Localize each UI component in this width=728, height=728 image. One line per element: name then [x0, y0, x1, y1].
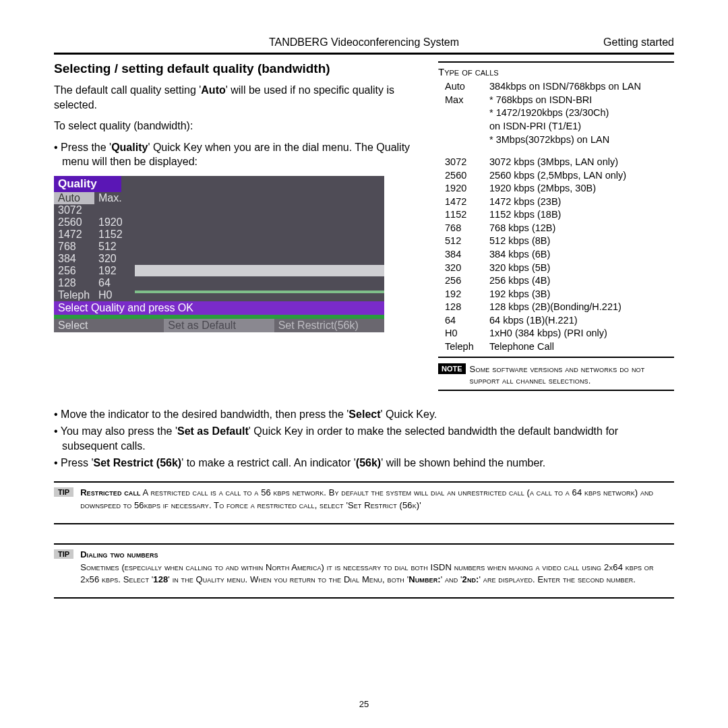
- type-of-calls-row: * 3Mbps(3072kbps) on LAN: [438, 133, 674, 147]
- quality-instruction: Select Quality and press OK: [54, 301, 384, 315]
- softkey-row: Select Set as Default Set Restrict(56k): [54, 319, 384, 332]
- type-of-calls-header: Type of calls: [438, 65, 674, 79]
- tip-badge: TIP: [54, 549, 73, 559]
- type-of-calls-row: 128128 kbps (2B)(Bonding/H.221): [438, 301, 674, 314]
- right-column: Type of calls Auto384kbps on ISDN/768kbp…: [438, 61, 674, 394]
- type-of-calls-row: * 1472/1920kbps (23/30Ch): [438, 107, 674, 120]
- softkey-set-default: Set as Default: [164, 319, 274, 332]
- running-header: TANDBERG Videoconferencing System Gettin…: [54, 36, 674, 51]
- section-heading: Selecting / setting default quality (ban…: [54, 61, 418, 76]
- quality-grid: Auto Max. 3072 2560 1920 1472 1152 768 5…: [54, 192, 384, 301]
- type-of-calls-row: 14721472 kbps (23B): [438, 195, 674, 209]
- type-of-calls-row: [438, 146, 674, 156]
- bullet-select: Move the indicator to the desired bandwi…: [54, 407, 674, 422]
- type-of-calls-row: Auto384kbps on ISDN/768kbps on LAN: [438, 80, 674, 94]
- note-badge: NOTE: [438, 363, 466, 375]
- page: TANDBERG Videoconferencing System Gettin…: [0, 0, 728, 728]
- bullet-set-restrict: Press 'Set Restrict (56k)' to make a res…: [54, 456, 674, 471]
- softkey-set-restrict: Set Restrict(56k): [274, 319, 384, 332]
- type-of-calls-row: 192192 kbps (3B): [438, 288, 674, 301]
- below-bullets: Move the indicator to the desired bandwi…: [54, 407, 674, 471]
- note-text: Some software versions and networks do n…: [470, 363, 674, 387]
- type-of-calls-list: Auto384kbps on ISDN/768kbps on LANMax* 7…: [438, 80, 674, 353]
- header-section: Getting started: [526, 36, 674, 49]
- bullet-set-default: You may also press the 'Set as Default' …: [54, 424, 674, 453]
- left-column: Selecting / setting default quality (ban…: [54, 61, 418, 394]
- type-of-calls-row: 768768 kbps (12B): [438, 222, 674, 235]
- quality-menu-title: Quality: [54, 176, 121, 192]
- quality-menu-screenshot: Quality Auto Max. 3072 2560 1920 1472 11…: [54, 176, 384, 332]
- type-of-calls-row: 19201920 kbps (2Mbps, 30B): [438, 182, 674, 195]
- note-row: NOTE Some software versions and networks…: [438, 363, 674, 387]
- type-of-calls-row: H01xH0 (384 kbps) (PRI only): [438, 327, 674, 340]
- header-title: TANDBERG Videoconferencing System: [202, 36, 526, 49]
- intro-bullet-1: Press the 'Quality' Quick Key when you a…: [54, 140, 418, 169]
- quality-cell-auto: Auto: [54, 192, 94, 204]
- tip-badge: TIP: [54, 487, 73, 497]
- intro-para-2: To select quality (bandwidth):: [54, 119, 418, 133]
- type-of-calls-row: 512512 kbps (8B): [438, 235, 674, 248]
- type-of-calls-row: 384384 kbps (6B): [438, 248, 674, 262]
- tip-restricted-call: TIP Restricted call A restricted call is…: [54, 487, 674, 512]
- type-of-calls-row: 6464 kbps (1B)(H.221): [438, 314, 674, 328]
- type-of-calls-row: Max* 768kbps on ISDN-BRI: [438, 94, 674, 107]
- type-of-calls-row: 256256 kbps (4B): [438, 274, 674, 288]
- type-of-calls-row: TelephTelephone Call: [438, 340, 674, 354]
- header-rule: [54, 53, 674, 55]
- tip-dialing-two-numbers: TIP Dialing two numbers Sometimes (espec…: [54, 549, 674, 587]
- type-of-calls-row: 11521152 kbps (18B): [438, 208, 674, 222]
- type-of-calls-row: 25602560 kbps (2,5Mbps, LAN only): [438, 169, 674, 183]
- softkey-select: Select: [54, 319, 164, 332]
- type-of-calls-row: 320320 kbps (5B): [438, 262, 674, 275]
- type-of-calls-row: on ISDN-PRI (T1/E1): [438, 120, 674, 133]
- type-of-calls-row: 30723072 kbps (3Mbps, LAN only): [438, 156, 674, 169]
- intro-para-1: The default call quality setting 'Auto' …: [54, 83, 418, 112]
- page-number: 25: [0, 699, 728, 709]
